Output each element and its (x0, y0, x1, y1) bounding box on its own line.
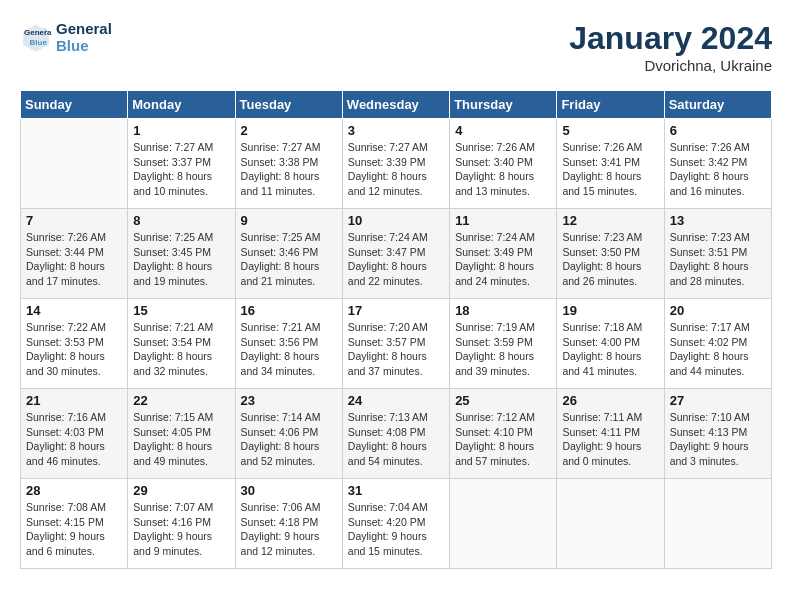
day-cell (450, 479, 557, 569)
week-row-1: 1Sunrise: 7:27 AMSunset: 3:37 PMDaylight… (21, 119, 772, 209)
day-number: 9 (241, 213, 337, 228)
day-cell: 20Sunrise: 7:17 AMSunset: 4:02 PMDayligh… (664, 299, 771, 389)
day-cell: 18Sunrise: 7:19 AMSunset: 3:59 PMDayligh… (450, 299, 557, 389)
day-cell: 12Sunrise: 7:23 AMSunset: 3:50 PMDayligh… (557, 209, 664, 299)
day-cell: 27Sunrise: 7:10 AMSunset: 4:13 PMDayligh… (664, 389, 771, 479)
weekday-header-tuesday: Tuesday (235, 91, 342, 119)
day-number: 30 (241, 483, 337, 498)
day-info: Sunrise: 7:26 AMSunset: 3:41 PMDaylight:… (562, 140, 658, 199)
day-number: 28 (26, 483, 122, 498)
day-number: 27 (670, 393, 766, 408)
month-title: January 2024 (569, 20, 772, 57)
day-info: Sunrise: 7:21 AMSunset: 3:56 PMDaylight:… (241, 320, 337, 379)
day-info: Sunrise: 7:13 AMSunset: 4:08 PMDaylight:… (348, 410, 444, 469)
day-info: Sunrise: 7:23 AMSunset: 3:50 PMDaylight:… (562, 230, 658, 289)
day-info: Sunrise: 7:15 AMSunset: 4:05 PMDaylight:… (133, 410, 229, 469)
day-cell: 16Sunrise: 7:21 AMSunset: 3:56 PMDayligh… (235, 299, 342, 389)
svg-text:General: General (24, 28, 52, 37)
week-row-5: 28Sunrise: 7:08 AMSunset: 4:15 PMDayligh… (21, 479, 772, 569)
day-cell: 1Sunrise: 7:27 AMSunset: 3:37 PMDaylight… (128, 119, 235, 209)
weekday-header-wednesday: Wednesday (342, 91, 449, 119)
day-cell: 29Sunrise: 7:07 AMSunset: 4:16 PMDayligh… (128, 479, 235, 569)
day-cell: 22Sunrise: 7:15 AMSunset: 4:05 PMDayligh… (128, 389, 235, 479)
weekday-header-friday: Friday (557, 91, 664, 119)
day-number: 5 (562, 123, 658, 138)
day-info: Sunrise: 7:24 AMSunset: 3:47 PMDaylight:… (348, 230, 444, 289)
day-cell: 15Sunrise: 7:21 AMSunset: 3:54 PMDayligh… (128, 299, 235, 389)
day-number: 14 (26, 303, 122, 318)
day-number: 13 (670, 213, 766, 228)
day-info: Sunrise: 7:16 AMSunset: 4:03 PMDaylight:… (26, 410, 122, 469)
day-cell (664, 479, 771, 569)
day-number: 25 (455, 393, 551, 408)
day-info: Sunrise: 7:18 AMSunset: 4:00 PMDaylight:… (562, 320, 658, 379)
day-info: Sunrise: 7:23 AMSunset: 3:51 PMDaylight:… (670, 230, 766, 289)
day-info: Sunrise: 7:14 AMSunset: 4:06 PMDaylight:… (241, 410, 337, 469)
day-info: Sunrise: 7:22 AMSunset: 3:53 PMDaylight:… (26, 320, 122, 379)
day-cell: 10Sunrise: 7:24 AMSunset: 3:47 PMDayligh… (342, 209, 449, 299)
day-number: 19 (562, 303, 658, 318)
day-cell: 9Sunrise: 7:25 AMSunset: 3:46 PMDaylight… (235, 209, 342, 299)
day-info: Sunrise: 7:12 AMSunset: 4:10 PMDaylight:… (455, 410, 551, 469)
week-row-3: 14Sunrise: 7:22 AMSunset: 3:53 PMDayligh… (21, 299, 772, 389)
day-number: 18 (455, 303, 551, 318)
day-info: Sunrise: 7:26 AMSunset: 3:40 PMDaylight:… (455, 140, 551, 199)
day-number: 20 (670, 303, 766, 318)
day-info: Sunrise: 7:10 AMSunset: 4:13 PMDaylight:… (670, 410, 766, 469)
week-row-2: 7Sunrise: 7:26 AMSunset: 3:44 PMDaylight… (21, 209, 772, 299)
day-number: 26 (562, 393, 658, 408)
logo: General Blue General Blue (20, 20, 112, 54)
day-number: 31 (348, 483, 444, 498)
day-info: Sunrise: 7:20 AMSunset: 3:57 PMDaylight:… (348, 320, 444, 379)
day-cell: 2Sunrise: 7:27 AMSunset: 3:38 PMDaylight… (235, 119, 342, 209)
day-cell: 4Sunrise: 7:26 AMSunset: 3:40 PMDaylight… (450, 119, 557, 209)
day-info: Sunrise: 7:25 AMSunset: 3:46 PMDaylight:… (241, 230, 337, 289)
day-number: 21 (26, 393, 122, 408)
header: General Blue General Blue January 2024 D… (20, 20, 772, 74)
day-number: 23 (241, 393, 337, 408)
day-cell (21, 119, 128, 209)
day-number: 6 (670, 123, 766, 138)
weekday-header-monday: Monday (128, 91, 235, 119)
day-cell: 13Sunrise: 7:23 AMSunset: 3:51 PMDayligh… (664, 209, 771, 299)
day-cell: 14Sunrise: 7:22 AMSunset: 3:53 PMDayligh… (21, 299, 128, 389)
day-number: 8 (133, 213, 229, 228)
day-cell: 26Sunrise: 7:11 AMSunset: 4:11 PMDayligh… (557, 389, 664, 479)
day-number: 17 (348, 303, 444, 318)
day-info: Sunrise: 7:06 AMSunset: 4:18 PMDaylight:… (241, 500, 337, 559)
day-cell: 23Sunrise: 7:14 AMSunset: 4:06 PMDayligh… (235, 389, 342, 479)
day-info: Sunrise: 7:26 AMSunset: 3:44 PMDaylight:… (26, 230, 122, 289)
calendar-body: 1Sunrise: 7:27 AMSunset: 3:37 PMDaylight… (21, 119, 772, 569)
day-cell: 31Sunrise: 7:04 AMSunset: 4:20 PMDayligh… (342, 479, 449, 569)
day-info: Sunrise: 7:21 AMSunset: 3:54 PMDaylight:… (133, 320, 229, 379)
day-info: Sunrise: 7:24 AMSunset: 3:49 PMDaylight:… (455, 230, 551, 289)
day-cell: 6Sunrise: 7:26 AMSunset: 3:42 PMDaylight… (664, 119, 771, 209)
day-cell: 19Sunrise: 7:18 AMSunset: 4:00 PMDayligh… (557, 299, 664, 389)
logo-icon: General Blue (20, 21, 52, 53)
title-area: January 2024 Dvorichna, Ukraine (569, 20, 772, 74)
calendar-table: SundayMondayTuesdayWednesdayThursdayFrid… (20, 90, 772, 569)
day-number: 2 (241, 123, 337, 138)
day-info: Sunrise: 7:19 AMSunset: 3:59 PMDaylight:… (455, 320, 551, 379)
day-cell: 24Sunrise: 7:13 AMSunset: 4:08 PMDayligh… (342, 389, 449, 479)
day-cell: 17Sunrise: 7:20 AMSunset: 3:57 PMDayligh… (342, 299, 449, 389)
day-cell: 8Sunrise: 7:25 AMSunset: 3:45 PMDaylight… (128, 209, 235, 299)
logo-general: General (56, 20, 112, 37)
day-info: Sunrise: 7:04 AMSunset: 4:20 PMDaylight:… (348, 500, 444, 559)
location-subtitle: Dvorichna, Ukraine (569, 57, 772, 74)
day-number: 24 (348, 393, 444, 408)
day-number: 7 (26, 213, 122, 228)
day-info: Sunrise: 7:26 AMSunset: 3:42 PMDaylight:… (670, 140, 766, 199)
day-number: 12 (562, 213, 658, 228)
weekday-header-sunday: Sunday (21, 91, 128, 119)
day-cell: 28Sunrise: 7:08 AMSunset: 4:15 PMDayligh… (21, 479, 128, 569)
svg-text:Blue: Blue (30, 38, 48, 47)
day-number: 15 (133, 303, 229, 318)
day-cell: 30Sunrise: 7:06 AMSunset: 4:18 PMDayligh… (235, 479, 342, 569)
day-number: 11 (455, 213, 551, 228)
logo-blue: Blue (56, 37, 112, 54)
day-info: Sunrise: 7:11 AMSunset: 4:11 PMDaylight:… (562, 410, 658, 469)
calendar-header: SundayMondayTuesdayWednesdayThursdayFrid… (21, 91, 772, 119)
day-info: Sunrise: 7:25 AMSunset: 3:45 PMDaylight:… (133, 230, 229, 289)
day-number: 3 (348, 123, 444, 138)
